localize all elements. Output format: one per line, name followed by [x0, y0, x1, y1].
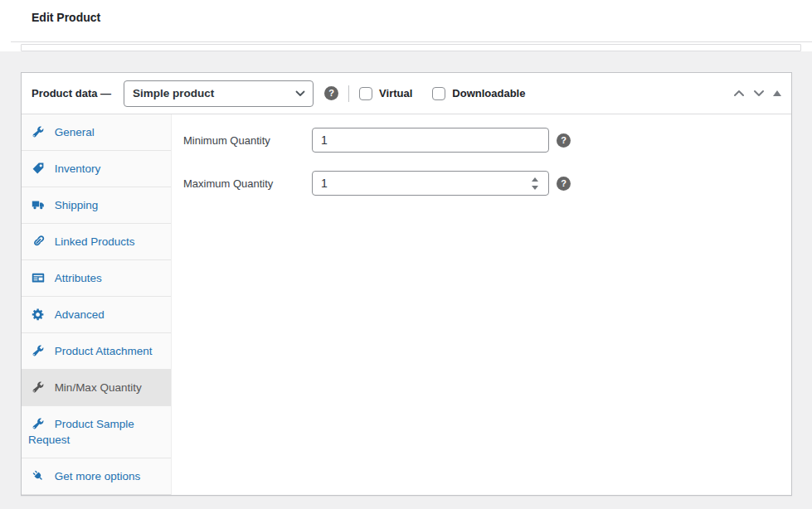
minimum-quantity-input[interactable] [312, 128, 549, 153]
number-stepper [532, 171, 538, 196]
tab-label: General [55, 126, 95, 138]
maximum-quantity-input-wrap [312, 171, 549, 196]
product-data-heading: Product data — [32, 87, 111, 99]
product-type-select[interactable]: Simple product [124, 80, 314, 107]
wrench-icon [32, 381, 45, 394]
product-type-select-wrap: Simple product [124, 80, 314, 107]
tab-attributes[interactable]: Attributes [22, 260, 171, 297]
top-header-area: Edit Product [0, 0, 812, 51]
minimum-quantity-row: Minimum Quantity [183, 128, 775, 153]
move-up-icon[interactable] [733, 90, 745, 97]
page-title: Edit Product [32, 11, 100, 24]
tab-general[interactable]: General [22, 114, 171, 151]
header-divider [11, 41, 812, 42]
plug-icon [32, 469, 45, 482]
header-vertical-divider [348, 85, 349, 102]
help-icon[interactable] [557, 133, 571, 148]
tab-label: Advanced [55, 308, 105, 321]
product-data-header: Product data — Simple product Virtual Do… [22, 73, 791, 114]
tab-advanced[interactable]: Advanced [22, 297, 171, 333]
toggle-panel-icon[interactable] [773, 90, 781, 96]
index-card-icon [32, 271, 45, 284]
wrench-icon [32, 417, 45, 430]
help-icon[interactable] [324, 86, 338, 100]
product-data-body: General Inventory Shipping Linked Produc… [22, 114, 791, 495]
collapsed-panel-edge [21, 44, 801, 51]
gear-icon [32, 308, 45, 321]
tab-get-more-options[interactable]: Get more options [22, 458, 171, 495]
min-max-quantity-panel: Minimum Quantity Maximum Quantity [172, 114, 791, 495]
tab-label: Shipping [55, 199, 99, 211]
product-data-tabs: General Inventory Shipping Linked Produc… [22, 114, 172, 495]
maximum-quantity-input[interactable] [312, 171, 549, 196]
downloadable-option: Downloadable [432, 87, 525, 100]
tab-label: Attributes [55, 272, 102, 284]
downloadable-label[interactable]: Downloadable [452, 87, 525, 99]
virtual-option: Virtual [359, 87, 412, 100]
wrench-icon [32, 344, 45, 357]
tab-product-sample-request[interactable]: Product Sample Request [22, 406, 171, 458]
maximum-quantity-row: Maximum Quantity [183, 171, 775, 196]
tab-label: Product Attachment [55, 345, 153, 357]
tab-product-attachment[interactable]: Product Attachment [22, 333, 171, 370]
tab-inventory[interactable]: Inventory [22, 151, 171, 187]
tab-min-max-quantity[interactable]: Min/Max Quantity [22, 370, 171, 406]
tag-icon [32, 162, 45, 175]
move-down-icon[interactable] [753, 90, 765, 97]
minimum-quantity-label: Minimum Quantity [183, 134, 312, 147]
virtual-checkbox[interactable] [359, 87, 372, 100]
truck-icon [32, 198, 45, 211]
tab-label: Min/Max Quantity [55, 381, 142, 394]
stepper-down-icon[interactable] [532, 186, 538, 190]
tab-label: Linked Products [55, 235, 135, 248]
link-icon [32, 235, 45, 248]
tab-shipping[interactable]: Shipping [22, 187, 171, 224]
product-data-metabox: Product data — Simple product Virtual Do… [21, 72, 792, 496]
tab-label: Inventory [55, 162, 101, 175]
minimum-quantity-input-wrap [312, 128, 549, 153]
wrench-icon [32, 125, 45, 138]
downloadable-checkbox[interactable] [432, 87, 445, 100]
tab-linked-products[interactable]: Linked Products [22, 224, 171, 260]
virtual-label[interactable]: Virtual [379, 87, 412, 99]
stepper-up-icon[interactable] [532, 177, 538, 182]
tab-label: Get more options [55, 470, 141, 482]
help-icon[interactable] [557, 177, 571, 191]
maximum-quantity-label: Maximum Quantity [183, 177, 312, 190]
